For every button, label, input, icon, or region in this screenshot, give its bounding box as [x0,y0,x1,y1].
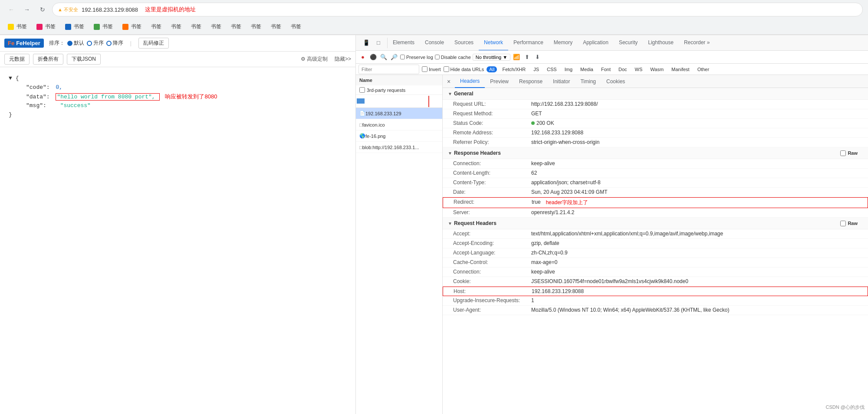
filter-js[interactable]: JS [531,66,542,72]
disable-cache-input[interactable] [435,55,440,59]
bookmark-1[interactable]: 书签 [4,22,30,32]
settings-link[interactable]: ⚙ 高级定制 [301,55,328,63]
filter-all[interactable]: All [487,66,497,72]
expand-arrow[interactable]: ▼ [9,75,12,81]
prop-val-request-method: GET [531,111,542,117]
prop-val-server: openresty/1.21.4.2 [531,209,574,215]
third-party-checkbox[interactable] [359,87,365,93]
tab-recorder[interactable]: Recorder » [679,35,715,51]
response-header-server: Server: openresty/1.21.4.2 [443,208,868,218]
bookmark-11[interactable]: 书签 [247,22,265,32]
tab-performance[interactable]: Performance [508,35,549,51]
prop-key-referrer-policy: Referrer Policy: [453,139,531,145]
encode-button[interactable]: 乱码修正 [138,38,169,49]
refresh-button[interactable]: ↻ [36,3,49,16]
json-msg-val: "success" [60,102,91,109]
filter-doc[interactable]: Doc [616,66,630,72]
filter-other[interactable]: Other [695,66,712,72]
sort-asc-radio[interactable]: 升序 [87,39,104,47]
network-item-1[interactable]: □ favicon.ico [356,119,442,130]
network-item-3[interactable]: □ blob:http://192.168.233.1... [356,142,442,153]
device-toolbar-icon[interactable]: 📱 [361,38,372,48]
detail-tab-response[interactable]: Response [514,75,548,88]
filter-media[interactable]: Media [578,66,596,72]
bookmark-7[interactable]: 书签 [168,22,185,32]
clear-button[interactable]: ⚫ [369,53,378,62]
prop-val-req-connection: keep-alive [531,269,555,275]
detail-tab-timing[interactable]: Timing [575,75,601,88]
preserve-log-input[interactable] [400,55,405,59]
general-section-header[interactable]: General [443,88,868,100]
response-raw-checkbox[interactable]: Raw [840,150,863,156]
throttling-arrow: ▼ [503,55,507,60]
filter-icon[interactable]: 🔍 [379,53,388,62]
detail-tab-cookies[interactable]: Cookies [601,75,630,88]
filter-fetch-xhr[interactable]: Fetch/XHR [500,66,528,72]
detail-tab-preview[interactable]: Preview [485,75,514,88]
record-button[interactable]: ● [358,53,367,62]
detail-tab-headers[interactable]: Headers [455,75,485,88]
download-button[interactable]: 下载JSON [67,54,101,65]
import-icon[interactable]: ⬆ [523,53,531,62]
filter-font[interactable]: Font [598,66,613,72]
bookmark-6[interactable]: 书签 [148,22,165,32]
inspect-icon[interactable]: □ [373,38,384,48]
sort-desc-radio[interactable]: 降序 [106,39,123,47]
tab-memory[interactable]: Memory [549,35,578,51]
bookmark-3[interactable]: 书签 [62,22,88,32]
network-item-2[interactable]: 🌎 fe-16.png [356,130,442,142]
preserve-log-label: Preserve log [406,55,433,60]
request-headers-section-header[interactable]: Request Headers Raw [443,218,868,229]
devtools-tabs: 📱 □ Elements Console Sources Network Per… [356,35,868,51]
wifi-icon[interactable]: 📶 [512,53,521,62]
export-icon[interactable]: ⬇ [533,53,542,62]
filter-css[interactable]: CSS [544,66,559,72]
tab-console[interactable]: Console [420,35,449,51]
bookmark-5[interactable]: 书签 [119,22,145,32]
preserve-log-checkbox[interactable]: Preserve log [400,55,433,60]
request-raw-checkbox[interactable]: Raw [840,221,863,226]
filter-ws[interactable]: WS [632,66,645,72]
prop-val-user-agent: Mozilla/5.0 (Windows NT 10.0; Win64; x64… [531,307,729,313]
hide-data-urls-checkbox[interactable]: Hide data URLs [444,66,484,72]
fold-button[interactable]: 折叠所有 [33,54,63,65]
general-section-label: General [454,91,473,97]
tab-security[interactable]: Security [614,35,643,51]
filter-manifest[interactable]: Manifest [669,66,692,72]
bookmark-10[interactable]: 书签 [227,22,245,32]
search-icon[interactable]: 🔎 [390,53,398,62]
request-header-cookie: Cookie: JSESSIONID.1607f54f=node01rbwlfw… [443,277,868,287]
invert-checkbox[interactable]: Invert [422,66,441,72]
filter-wasm[interactable]: Wasm [648,66,666,72]
detail-close-button[interactable]: × [443,75,455,88]
detail-tab-initiator[interactable]: Initiator [548,75,575,88]
tab-elements[interactable]: Elements [388,35,420,51]
hide-link[interactable]: 隐藏>> [335,55,351,63]
bookmark-12[interactable]: 书签 [267,22,285,32]
prop-val-cookie: JSESSIONID.1607f54f=node01rbwlfw9a2mls1v… [531,278,688,284]
bookmark-4[interactable]: 书签 [90,22,116,32]
back-button[interactable]: ← [5,3,17,16]
tab-network[interactable]: Network [479,35,508,51]
bookmark-13[interactable]: 书签 [287,22,305,32]
bookmark-2[interactable]: 书签 [33,22,59,32]
json-data-val-box: "hello world from 8080 port", [56,93,160,101]
tab-sources[interactable]: Sources [449,35,479,51]
response-headers-section-header[interactable]: Response Headers Raw [443,147,868,159]
filter-img[interactable]: Img [562,66,575,72]
filter-input[interactable] [358,65,419,74]
json-line-code: "code": 0, [9,83,347,92]
tab-application[interactable]: Application [578,35,614,51]
forward-button[interactable]: → [21,3,33,16]
meta-button[interactable]: 元数据 [4,54,30,65]
throttling-selector[interactable]: No throttling ▼ [473,54,510,61]
disable-cache-checkbox[interactable]: Disable cache [435,55,471,60]
fe-icon: Fe [8,40,14,46]
bookmark-8[interactable]: 书签 [187,22,205,32]
bookmark-9[interactable]: 书签 [207,22,225,32]
tab-lighthouse[interactable]: Lighthouse [643,35,679,51]
network-item-0[interactable]: 📄 192.168.233.129 [356,108,442,119]
sort-default-radio[interactable]: 默认 [67,39,84,47]
img-icon-2: 🌎 [359,133,365,139]
address-bar[interactable]: ▲ 不安全 192.168.233.129:8088 这里是虚拟机的地址 [52,3,863,16]
